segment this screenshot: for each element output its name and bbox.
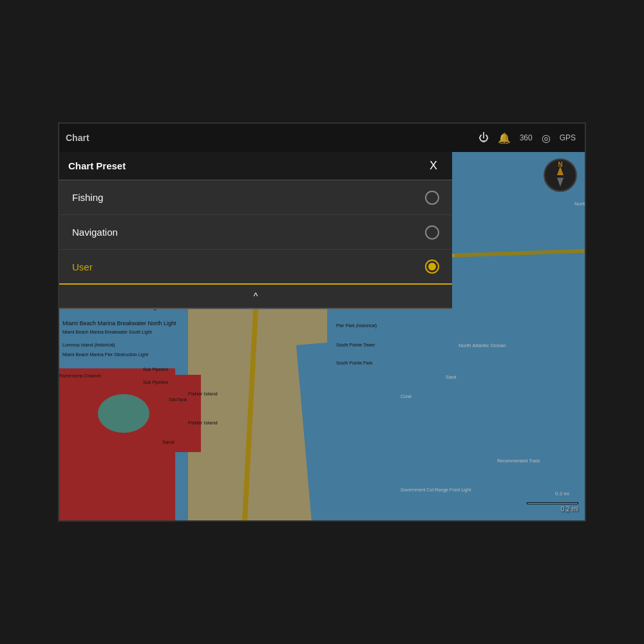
dialog-collapse-button[interactable]: ^ xyxy=(59,285,452,308)
chart-preset-dialog: Chart Preset X Fishing Navigation User ^ xyxy=(59,152,452,309)
close-icon: X xyxy=(430,159,437,173)
preset-user-radio-fill xyxy=(428,263,436,270)
dialog-close-button[interactable]: X xyxy=(424,156,443,176)
preset-navigation-label: Navigation xyxy=(72,227,425,238)
preset-fishing-radio[interactable] xyxy=(425,191,439,205)
preset-user-radio[interactable] xyxy=(425,260,439,274)
chevron-up-icon: ^ xyxy=(254,291,258,301)
preset-item-navigation[interactable]: Navigation xyxy=(59,215,452,250)
dialog-title: Chart Preset xyxy=(68,160,424,171)
preset-item-user[interactable]: User xyxy=(59,250,452,285)
dialog-header: Chart Preset X xyxy=(59,152,452,180)
preset-fishing-label: Fishing xyxy=(72,192,425,203)
preset-item-fishing[interactable]: Fishing xyxy=(59,180,452,215)
screen-container: Hibiscus Island Mud Rock Island Mud Star… xyxy=(58,122,586,522)
preset-navigation-radio[interactable] xyxy=(425,225,439,240)
preset-user-label: User xyxy=(72,261,425,272)
